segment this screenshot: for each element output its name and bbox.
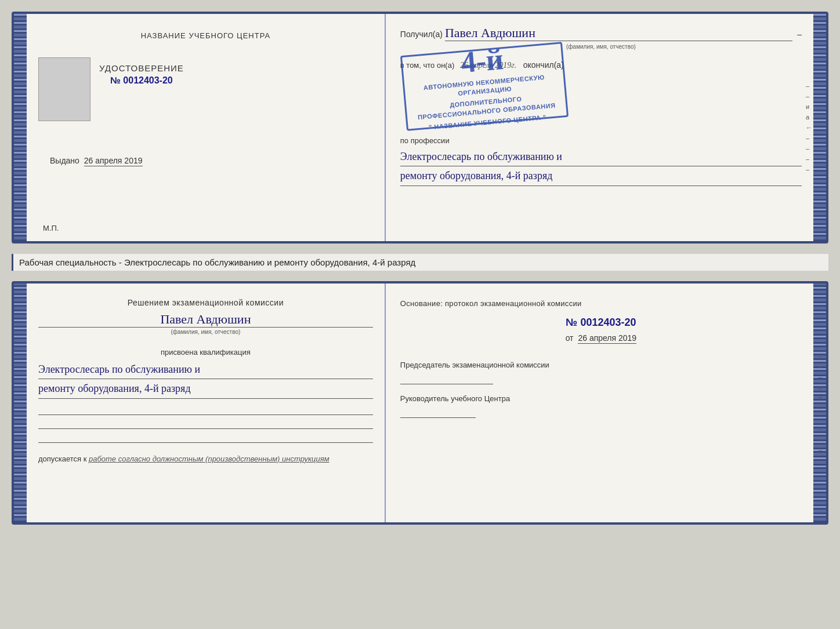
mp-label: М.П. [43,224,59,232]
chairman-section: Председатель экзаменационной комиссии Ру… [400,360,802,418]
sig-line-2 [38,419,373,429]
ot-date-value: 26 апреля 2019 [578,333,636,344]
rukovoditel-sig-line [400,408,476,418]
stamp-overlay: 4-й АВТОНОМНУЮ НЕКОММЕРЧЕСКУЮ ОРГАНИЗАЦИ… [400,42,569,131]
vydano-line: Выдано 26 апреля 2019 [50,156,143,165]
resheniem-title: Решением экзаменационной комиссии [38,298,373,307]
middle-text: Рабочая специальность - Электрослесарь п… [12,254,828,271]
prisvoena-text: присвоена квалификация [38,348,373,357]
chairman-title: Председатель экзаменационной комиссии [400,360,802,370]
recipient-name: Павел Авдюшин [445,26,792,41]
osnovanie-text: Основание: протокол экзаменационной коми… [400,298,802,310]
qualification-bottom: Электрослесарь по обслуживанию и ремонту… [38,360,373,399]
signature-lines-bottom [38,405,373,443]
poluchil-label: Получил(a) [400,30,443,39]
ot-date: от 26 апреля 2019 [400,333,802,343]
ot-label: от [566,333,574,343]
bottom-name-subtitle: (фамилия, имя, отчество) [38,329,373,335]
dash-after-name: – [797,30,802,39]
po-professii-label: по профессии [400,136,802,145]
chairman-sig-line [400,374,493,384]
profession-line1: Электрослесарь по обслуживанию и ремонту… [400,147,802,186]
page-wrapper: НАЗВАНИЕ УЧЕБНОГО ЦЕНТРА УДОСТОВЕРЕНИЕ №… [12,12,828,525]
vydano-date: 26 апреля 2019 [84,156,143,166]
photo-placeholder [38,57,90,121]
dopuskaetsya-label: допускается к [38,455,86,463]
profession-section-top: по профессии Электрослесарь по обслужива… [400,136,802,186]
top-doc-left: НАЗВАНИЕ УЧЕБНОГО ЦЕНТРА УДОСТОВЕРЕНИЕ №… [27,14,386,241]
rukovoditel-title: Руководитель учебного Центра [400,394,802,404]
bottom-doc-left: Решением экзаменационной комиссии Павел … [27,283,386,522]
poluchil-line: Получил(a) Павел Авдюшин – [400,26,802,41]
right-edge-marks-top: – – и а ← – – – – [806,82,812,173]
stamp-grade: 4-й [459,44,505,78]
sig-line-1 [38,405,373,415]
sig-line-3 [38,432,373,443]
right-edge-marks-bottom: – – – и а ← – – – – [819,352,825,453]
bottom-person-name: Павел Авдюшин [38,312,373,328]
udost-title: УДОСТОВЕРЕНИЕ [99,63,184,73]
spine-right-top [813,14,826,241]
protocol-number: № 0012403-20 [400,317,802,329]
dopusk-text: работе согласно должностным (производств… [89,455,330,463]
udost-block: УДОСТОВЕРЕНИЕ № 0012403-20 [99,63,184,86]
top-left-title: НАЗВАНИЕ УЧЕБНОГО ЦЕНТРА [141,31,270,40]
vydano-label: Выдано [50,156,79,165]
dopuskaetsya-section: допускается к работе согласно должностны… [38,455,373,463]
bottom-doc-right: Основание: протокол экзаменационной коми… [386,283,813,522]
spine-left-bottom [14,283,27,522]
udost-number: № 0012403-20 [99,75,184,86]
top-doc-right: Получил(a) Павел Авдюшин – (фамилия, имя… [386,14,813,241]
spine-left [14,14,27,241]
top-document: НАЗВАНИЕ УЧЕБНОГО ЦЕНТРА УДОСТОВЕРЕНИЕ №… [12,12,828,243]
bottom-document: Решением экзаменационной комиссии Павел … [12,281,828,525]
